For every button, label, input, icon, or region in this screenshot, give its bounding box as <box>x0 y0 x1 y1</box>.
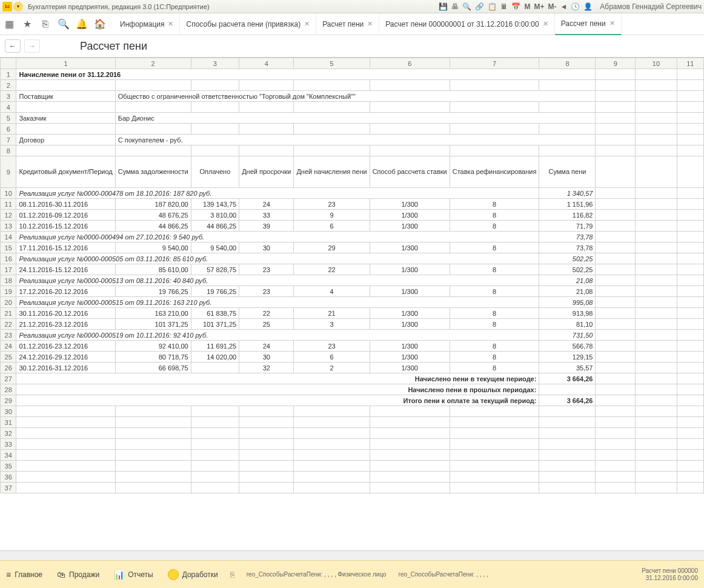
tab-4[interactable]: Рассчет пени✕ <box>555 13 622 35</box>
empty[interactable] <box>539 80 596 91</box>
row-header[interactable]: 31 <box>1 417 16 428</box>
col-header-3[interactable]: 3 <box>191 58 239 69</box>
row-header[interactable]: 17 <box>1 264 16 275</box>
empty[interactable] <box>596 472 636 483</box>
empty[interactable] <box>370 483 450 493</box>
clipboard-icon[interactable]: 📋 <box>488 2 497 11</box>
empty[interactable] <box>370 439 450 450</box>
tab-0[interactable]: Информация✕ <box>114 13 180 35</box>
empty[interactable] <box>596 156 636 188</box>
m-minus-button[interactable]: M- <box>548 2 556 11</box>
empty[interactable] <box>596 80 636 91</box>
print-icon[interactable]: 🖶 <box>451 2 459 11</box>
empty[interactable] <box>596 124 636 135</box>
row-header[interactable]: 11 <box>1 199 16 210</box>
bottom-menu-3[interactable]: Доработки <box>168 569 218 580</box>
row-header[interactable]: 35 <box>1 461 16 472</box>
empty[interactable] <box>239 428 294 439</box>
empty[interactable] <box>677 341 703 352</box>
empty[interactable] <box>636 362 677 373</box>
empty[interactable] <box>239 80 294 91</box>
empty[interactable] <box>636 352 677 362</box>
empty[interactable] <box>596 373 636 384</box>
empty[interactable] <box>677 199 703 210</box>
empty[interactable] <box>596 275 636 286</box>
empty[interactable] <box>596 135 636 145</box>
empty[interactable] <box>596 352 636 362</box>
bottom-menu-0[interactable]: ≡Главное <box>6 570 42 580</box>
empty[interactable] <box>294 439 370 450</box>
col-header-11[interactable]: 11 <box>677 58 703 69</box>
empty[interactable] <box>677 297 703 308</box>
close-icon[interactable]: ✕ <box>543 20 548 28</box>
empty[interactable] <box>370 80 450 91</box>
empty[interactable] <box>636 80 677 91</box>
breadcrumb-2[interactable]: гео_СпособыРасчетаПени: , , , , <box>399 571 488 578</box>
empty[interactable] <box>677 156 703 188</box>
empty[interactable] <box>115 145 191 156</box>
empty[interactable] <box>596 145 636 156</box>
empty[interactable] <box>294 80 370 91</box>
empty[interactable] <box>677 406 703 417</box>
empty[interactable] <box>596 406 636 417</box>
row-header[interactable]: 1 <box>1 69 16 80</box>
m-plus-button[interactable]: M+ <box>534 2 544 11</box>
empty[interactable] <box>596 210 636 221</box>
empty[interactable] <box>294 428 370 439</box>
empty[interactable] <box>596 91 636 102</box>
empty[interactable] <box>636 395 677 406</box>
row-header[interactable]: 19 <box>1 286 16 297</box>
row-header[interactable]: 34 <box>1 450 16 461</box>
empty[interactable] <box>636 461 677 472</box>
col-header-7[interactable]: 7 <box>450 58 539 69</box>
empty[interactable] <box>596 253 636 264</box>
empty[interactable] <box>16 461 115 472</box>
empty[interactable] <box>677 384 703 395</box>
empty[interactable] <box>294 124 370 135</box>
empty[interactable] <box>677 308 703 319</box>
row-header[interactable]: 27 <box>1 373 16 384</box>
empty[interactable] <box>677 461 703 472</box>
empty[interactable] <box>191 417 239 428</box>
empty[interactable] <box>636 135 677 145</box>
empty[interactable] <box>16 406 115 417</box>
empty[interactable] <box>450 417 539 428</box>
row-header[interactable]: 30 <box>1 406 16 417</box>
empty[interactable] <box>677 417 703 428</box>
empty[interactable] <box>294 461 370 472</box>
empty[interactable] <box>596 450 636 461</box>
empty[interactable] <box>239 472 294 483</box>
row-header[interactable]: 2 <box>1 80 16 91</box>
empty[interactable] <box>677 275 703 286</box>
empty[interactable] <box>677 483 703 493</box>
empty[interactable] <box>636 221 677 232</box>
empty[interactable] <box>677 472 703 483</box>
bottom-menu-1[interactable]: 🛍Продажи <box>57 570 99 580</box>
empty[interactable] <box>677 210 703 221</box>
row-header[interactable]: 18 <box>1 275 16 286</box>
row-header[interactable]: 12 <box>1 210 16 221</box>
breadcrumb-3[interactable]: Расчет пени 000000 31.12.2016 0:00:00 <box>642 567 698 582</box>
empty[interactable] <box>539 428 596 439</box>
empty[interactable] <box>539 450 596 461</box>
empty[interactable] <box>596 102 636 113</box>
spreadsheet-container[interactable]: 12345678910111Начисление пени от 31.12.2… <box>0 57 704 548</box>
empty[interactable] <box>636 406 677 417</box>
empty[interactable] <box>191 483 239 493</box>
horizontal-scrollbar[interactable] <box>0 550 704 560</box>
calculator-icon[interactable]: 🖩 <box>500 2 508 11</box>
empty[interactable] <box>596 286 636 297</box>
empty[interactable] <box>636 286 677 297</box>
row-header[interactable]: 28 <box>1 384 16 395</box>
empty[interactable] <box>636 113 677 124</box>
empty[interactable] <box>636 384 677 395</box>
calendar-icon[interactable]: 📅 <box>511 2 520 11</box>
empty[interactable] <box>636 124 677 135</box>
row-header[interactable]: 21 <box>1 308 16 319</box>
close-icon[interactable]: ✕ <box>367 20 373 28</box>
empty[interactable] <box>677 91 703 102</box>
empty[interactable] <box>115 461 191 472</box>
favorite-icon[interactable]: ★ <box>18 15 36 33</box>
empty[interactable] <box>16 450 115 461</box>
empty[interactable] <box>596 483 636 493</box>
